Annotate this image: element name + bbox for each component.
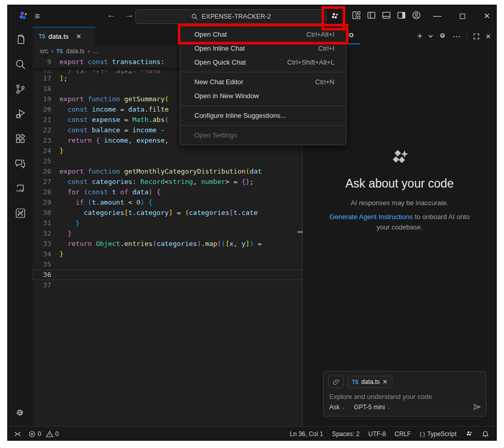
encoding[interactable]: UTF-8 — [369, 430, 386, 438]
tab-label: data.ts — [49, 33, 69, 40]
window-close-button[interactable]: ✕ — [475, 5, 496, 27]
chevron-down-icon[interactable] — [428, 34, 433, 39]
menu-item-label: Open Quick Chat — [194, 58, 246, 66]
title-bar: ≡ ← → EXPENSE-TRACKER-2 — [8, 5, 496, 27]
chat-onboard-text: Generate Agent Instructions to onboard A… — [303, 212, 496, 233]
account-icon[interactable] — [411, 10, 421, 20]
chat-input-box[interactable]: TS data.ts ✕ Explore and understand your… — [323, 371, 486, 416]
breadcrumb-more[interactable]: ... — [93, 48, 98, 55]
line-number: 16 — [33, 68, 59, 73]
activity-bar: LOG — [8, 27, 33, 426]
model-picker[interactable]: GPT-5 mini⌄ — [354, 404, 391, 411]
code-line[interactable]: 27 const categories: Record<string, numb… — [33, 177, 302, 187]
line-number: 37 — [33, 280, 59, 290]
more-actions-icon[interactable]: ⋯ — [452, 32, 461, 41]
line-number: 22 — [33, 125, 59, 135]
code-line[interactable]: 37 — [33, 280, 302, 290]
code-line[interactable]: 26export function getMonthlyCategoryDist… — [33, 166, 302, 177]
run-debug-icon[interactable] — [8, 101, 33, 126]
code-line[interactable]: 33 return Object.entries(categories).map… — [33, 239, 302, 249]
code-line[interactable]: 29 if (t.amount < 0) { — [33, 197, 302, 208]
send-icon[interactable] — [472, 403, 481, 411]
line-number: 27 — [33, 177, 59, 187]
language-mode[interactable]: { } TypeScript — [420, 430, 456, 438]
menu-item-label: Open Chat — [194, 30, 227, 38]
settings-gear-icon[interactable] — [8, 408, 33, 419]
menu-separator — [181, 72, 345, 72]
menu-item-configure-inline-suggestions[interactable]: Configure Inline Suggestions... — [180, 109, 346, 122]
cursor-position[interactable]: Ln 36, Col 1 — [289, 430, 323, 438]
braces-icon: { } — [420, 431, 425, 437]
menu-item-open-inline-chat[interactable]: Open Inline ChatCtrl+I — [180, 41, 346, 55]
menu-item-new-chat-editor[interactable]: New Chat EditorCtrl+N — [180, 75, 346, 89]
error-count: 0 — [38, 430, 41, 438]
app-logo-icon — [17, 10, 28, 22]
attachment-chip-label: data.ts — [361, 378, 380, 385]
breadcrumb-root[interactable]: src — [40, 48, 48, 55]
line-number: 36 — [33, 270, 59, 280]
extension-x-icon[interactable] — [8, 200, 33, 225]
notifications-bell-icon[interactable] — [482, 430, 489, 438]
code-line[interactable]: 36 — [33, 270, 302, 280]
chevron-down-icon: ⌄ — [342, 405, 346, 410]
search-icon[interactable] — [8, 52, 33, 76]
new-chat-icon[interactable]: + — [417, 31, 422, 41]
toggle-panel-icon[interactable] — [381, 10, 391, 20]
menu-item-open-in-new-window[interactable]: Open in New Window — [180, 89, 346, 103]
toggle-secondary-sidebar-icon[interactable] — [396, 10, 406, 20]
menu-item-shortcut: Ctrl+Shift+Alt+L — [287, 58, 334, 66]
code-line[interactable]: 24} — [33, 146, 302, 156]
code-line[interactable]: 25 — [33, 156, 302, 166]
line-number: 19 — [33, 94, 59, 104]
command-center-search[interactable]: EXPENSE-TRACKER-2 — [135, 9, 327, 24]
nav-forward-icon[interactable]: → — [125, 10, 134, 20]
tab-close-icon[interactable]: ✕ — [76, 33, 82, 40]
chat-input-placeholder[interactable]: Explore and understand your code — [329, 393, 432, 400]
line-number: 18 — [33, 84, 59, 94]
breadcrumb-file[interactable]: data.ts — [66, 48, 85, 55]
chevron-right-icon: › — [51, 48, 53, 55]
menu-hamburger-icon[interactable]: ≡ — [35, 11, 40, 22]
menu-separator — [181, 105, 345, 106]
mode-picker[interactable]: Ask⌄ — [329, 404, 346, 411]
code-line[interactable]: 32 } — [33, 228, 302, 239]
remove-attachment-icon[interactable]: ✕ — [383, 378, 388, 385]
attachment-chip[interactable]: TS data.ts ✕ — [347, 376, 392, 388]
problems-indicator[interactable]: 0 0 — [28, 430, 58, 438]
remote-indicator[interactable] — [14, 430, 21, 438]
code-line[interactable]: 28 for (const t of data) { — [33, 187, 302, 197]
chat-icon[interactable] — [8, 151, 33, 176]
menu-item-open-chat[interactable]: Open ChatCtrl+Alt+I — [180, 27, 346, 41]
menu-item-open-quick-chat[interactable]: Open Quick ChatCtrl+Shift+Alt+L — [180, 55, 346, 69]
nav-back-icon[interactable]: ← — [107, 10, 116, 20]
eol-sequence[interactable]: CRLF — [395, 430, 411, 438]
output-log-icon[interactable]: LOG — [8, 176, 33, 200]
code-line[interactable]: 31 } — [33, 218, 302, 228]
line-number: 31 — [33, 218, 59, 228]
source-control-icon[interactable] — [8, 76, 33, 101]
vscode-window: ≡ ← → EXPENSE-TRACKER-2 — [8, 5, 496, 440]
indentation[interactable]: Spaces: 2 — [332, 430, 359, 438]
menu-item-label: Open Settings — [194, 131, 237, 139]
generate-agent-instructions-link[interactable]: Generate Agent Instructions — [329, 213, 413, 221]
close-panel-icon[interactable]: ✕ — [485, 33, 491, 40]
copilot-titlebar-button[interactable] — [327, 10, 342, 22]
customize-layout-icon[interactable] — [351, 10, 361, 20]
extensions-icon[interactable] — [8, 126, 33, 151]
menu-item-label: Configure Inline Suggestions... — [194, 112, 286, 119]
tab-data-ts[interactable]: TS data.ts ✕ — [33, 27, 96, 45]
window-minimize-button[interactable]: — — [425, 5, 449, 27]
gear-icon[interactable] — [439, 33, 447, 40]
attach-context-button[interactable] — [328, 376, 344, 388]
window-maximize-button[interactable] — [450, 5, 474, 27]
code-line[interactable]: 34} — [33, 249, 302, 259]
code-line[interactable]: 30 categories[t.category] = (categories[… — [33, 208, 302, 218]
copilot-status-icon[interactable] — [465, 430, 473, 438]
typescript-file-icon: TS — [56, 49, 63, 54]
code-line[interactable]: 35 — [33, 259, 302, 270]
explorer-icon[interactable] — [8, 27, 33, 52]
warning-icon — [46, 430, 53, 438]
maximize-panel-icon[interactable] — [473, 33, 480, 40]
chat-welcome: Ask about your code AI responses may be … — [303, 147, 496, 233]
toggle-primary-sidebar-icon[interactable] — [366, 10, 376, 20]
